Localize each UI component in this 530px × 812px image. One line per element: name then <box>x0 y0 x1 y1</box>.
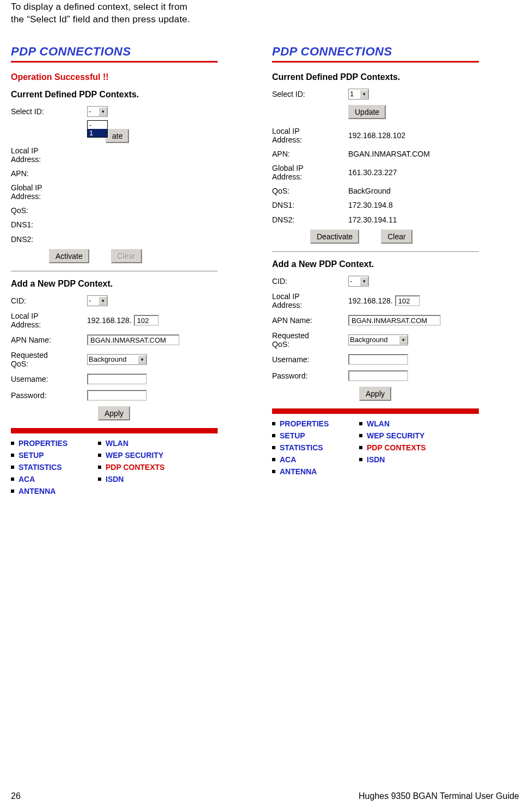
username-input[interactable] <box>348 354 408 365</box>
password-input[interactable] <box>87 390 147 401</box>
bullet-icon <box>359 434 362 437</box>
nav-links: PROPERTIES SETUP STATISTICS ACA ANTENNA … <box>272 419 479 479</box>
local-ip-label: Local IP Address: <box>272 127 348 144</box>
cid-label: CID: <box>11 296 87 305</box>
select-id-label: Select ID: <box>272 90 348 98</box>
cid-dropdown[interactable]: - ▾ <box>348 276 369 287</box>
bullet-icon <box>11 442 14 445</box>
nav-antenna[interactable]: ANTENNA <box>19 487 56 495</box>
nav-wep[interactable]: WEP SECURITY <box>367 431 424 440</box>
update-button-partial[interactable]: ate <box>106 129 129 143</box>
bullet-icon <box>359 446 362 449</box>
select-id-dropdown[interactable]: 1 ▾ <box>348 89 369 100</box>
nav-statistics[interactable]: STATISTICS <box>280 443 323 452</box>
dropdown-options[interactable]: - 1 <box>87 120 108 138</box>
nav-antenna[interactable]: ANTENNA <box>280 467 317 476</box>
apn-name-label: APN Name: <box>272 316 348 325</box>
dropdown-option-1[interactable]: 1 <box>88 129 107 137</box>
intro-line2: the “Select Id” field and then press upd… <box>11 14 190 24</box>
panel-title: PDP CONNECTIONS <box>11 45 218 59</box>
nav-pdp-contexts[interactable]: PDP CONTEXTS <box>367 443 426 452</box>
bullet-icon <box>272 458 275 461</box>
bullet-icon <box>272 422 275 425</box>
red-bar <box>11 428 218 433</box>
nav-statistics[interactable]: STATISTICS <box>19 463 62 472</box>
nav-setup[interactable]: SETUP <box>19 451 44 460</box>
nav-properties[interactable]: PROPERTIES <box>19 439 67 448</box>
add-localip-label: Local IP Address: <box>272 292 348 309</box>
username-input[interactable] <box>87 374 147 385</box>
chevron-down-icon: ▾ <box>360 277 368 286</box>
nav-aca[interactable]: ACA <box>19 475 35 484</box>
nav-wep[interactable]: WEP SECURITY <box>106 451 163 460</box>
cid-dropdown[interactable]: - ▾ <box>87 295 108 306</box>
section-add: Add a New PDP Context. <box>11 279 218 289</box>
chevron-down-icon: ▾ <box>360 90 368 98</box>
bullet-icon <box>98 466 101 469</box>
update-button[interactable]: Update <box>348 105 386 119</box>
global-ip-label: Global IP Address: <box>272 164 348 181</box>
apn-label: APN: <box>11 169 87 178</box>
clear-button[interactable]: Clear <box>111 249 142 263</box>
password-input[interactable] <box>348 370 408 381</box>
bullet-icon <box>11 478 14 481</box>
intro-text: To display a defined context, select it … <box>11 0 519 42</box>
add-localip-label: Local IP Address: <box>11 312 87 329</box>
clear-button[interactable]: Clear <box>381 230 412 244</box>
nav-wlan[interactable]: WLAN <box>106 439 128 448</box>
activate-button[interactable]: Activate <box>49 249 89 263</box>
ip-last-octet-input[interactable]: 102 <box>395 295 420 306</box>
page-footer: 26 Hughes 9350 BGAN Terminal User Guide <box>11 791 519 801</box>
dns2-label: DNS2: <box>11 235 87 244</box>
apn-name-input[interactable]: BGAN.INMARSAT.COM <box>348 315 441 326</box>
chevron-down-icon: ▾ <box>98 296 107 305</box>
apply-button[interactable]: Apply <box>98 406 130 420</box>
deactivate-button[interactable]: Deactivate <box>310 230 359 244</box>
nav-pdp-contexts[interactable]: PDP CONTEXTS <box>106 463 165 472</box>
select-id-dropdown[interactable]: - ▾ <box>87 106 108 117</box>
nav-wlan[interactable]: WLAN <box>367 419 390 428</box>
req-qos-dropdown[interactable]: Background ▾ <box>348 334 408 345</box>
chevron-down-icon: ▾ <box>138 355 146 364</box>
ip-prefix: 192.168.128. <box>87 316 132 325</box>
intro-line1: To display a defined context, select it … <box>11 2 187 12</box>
ip-prefix: 192.168.128. <box>348 296 393 305</box>
bullet-icon <box>359 422 362 425</box>
nav-isdn[interactable]: ISDN <box>367 455 385 464</box>
nav-aca[interactable]: ACA <box>280 455 296 464</box>
red-underline <box>11 61 218 63</box>
qos-value: BackGround <box>348 187 391 195</box>
username-label: Username: <box>272 355 348 364</box>
apply-button[interactable]: Apply <box>359 387 391 401</box>
section-current: Current Defined PDP Contexts. <box>11 90 218 100</box>
divider <box>11 271 218 271</box>
left-panel: PDP CONNECTIONS Operation Successful !! … <box>11 42 218 499</box>
qos-label: QoS: <box>272 187 348 195</box>
nav-links: PROPERTIES SETUP STATISTICS ACA ANTENNA … <box>11 439 218 499</box>
apn-name-input[interactable]: BGAN.INMARSAT.COM <box>87 334 180 345</box>
red-underline <box>272 61 479 63</box>
bullet-icon <box>98 478 101 481</box>
req-qos-dropdown[interactable]: Background ▾ <box>87 354 147 365</box>
nav-setup[interactable]: SETUP <box>280 431 305 440</box>
bullet-icon <box>272 446 275 449</box>
local-ip-label: Local IP Address: <box>11 146 87 164</box>
red-bar <box>272 408 479 414</box>
dropdown-option-blank[interactable]: - <box>88 121 107 129</box>
nav-properties[interactable]: PROPERTIES <box>280 419 329 428</box>
select-id-open-list: ate - 1 <box>87 120 218 146</box>
nav-isdn[interactable]: ISDN <box>106 475 124 484</box>
apn-label: APN: <box>272 150 348 158</box>
global-ip-label: Global IP Address: <box>11 183 87 201</box>
section-current: Current Defined PDP Contexts. <box>272 72 479 82</box>
ip-last-octet-input[interactable]: 102 <box>134 315 159 326</box>
bullet-icon <box>98 442 101 445</box>
chevron-down-icon: ▾ <box>399 336 408 344</box>
bullet-icon <box>11 466 14 469</box>
cid-label: CID: <box>272 277 348 286</box>
req-qos-label: Requested QoS: <box>11 351 87 368</box>
dns1-value: 172.30.194.8 <box>348 201 393 209</box>
divider <box>272 251 479 252</box>
password-label: Password: <box>272 371 348 380</box>
username-label: Username: <box>11 375 87 383</box>
